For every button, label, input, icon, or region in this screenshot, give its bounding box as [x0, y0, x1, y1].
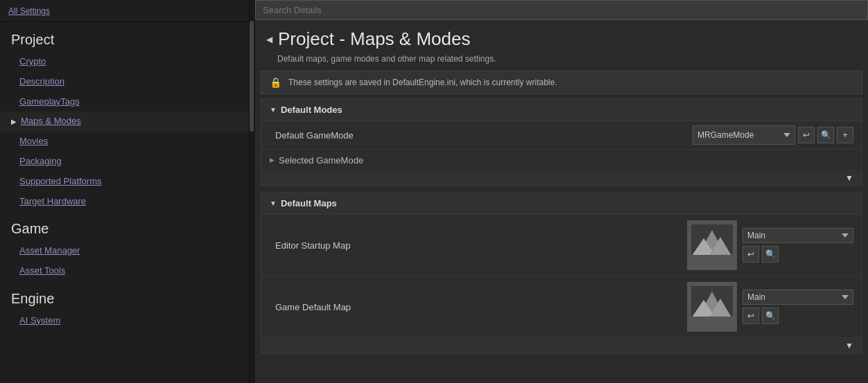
sidebar-top-bar: All Settings — [0, 0, 249, 22]
default-modes-section: ▼ Default Modes Default GameMode MRGameM… — [261, 98, 862, 186]
sidebar-item-gameplaytags[interactable]: GameplayTags — [0, 92, 249, 112]
sidebar-item-crypto[interactable]: Crypto — [0, 52, 249, 72]
editor-startup-map-dropdown[interactable]: Main — [743, 228, 853, 243]
gamemode-reset-button[interactable]: ↩ — [798, 127, 815, 143]
editor-map-icon-row: ↩ 🔍 — [743, 246, 779, 262]
default-gamemode-row: Default GameMode MRGameMode ↩ 🔍 + — [261, 121, 862, 150]
sidebar-item-packaging[interactable]: Packaging — [0, 152, 249, 172]
search-input[interactable] — [255, 0, 868, 20]
sidebar-item-supported-platforms[interactable]: Supported Platforms — [0, 172, 249, 192]
editor-startup-map-row: Editor Startup Map — [261, 215, 862, 276]
arrow-right-icon: ▶ — [11, 116, 17, 127]
page-title-arrow-icon: ◀ — [266, 35, 272, 44]
default-maps-title-row[interactable]: ▼ Default Maps — [261, 193, 862, 215]
selected-gamemode-label: Selected GameMode — [279, 155, 363, 166]
game-map-icon-row: ↩ 🔍 — [743, 308, 779, 324]
gamemode-dropdown[interactable]: MRGameMode — [693, 125, 795, 145]
all-settings-link[interactable]: All Settings — [8, 6, 50, 16]
game-default-map-label: Game Default Map — [270, 302, 687, 312]
sidebar: All Settings Project Crypto Description … — [0, 0, 250, 383]
default-maps-arrow-icon: ▼ — [270, 199, 277, 207]
scrollbar-thumb[interactable] — [250, 21, 254, 132]
sidebar-item-target-hardware[interactable]: Target Hardware — [0, 192, 249, 212]
main-content: ◀ Project - Maps & Modes Default maps, g… — [255, 0, 868, 383]
game-default-map-row: Game Default Map — [261, 276, 862, 338]
default-modes-arrow-icon: ▼ — [270, 106, 277, 114]
sidebar-item-description[interactable]: Description — [0, 72, 249, 92]
editor-map-search-button[interactable]: 🔍 — [762, 246, 779, 262]
default-maps-section: ▼ Default Maps Editor Startup Map — [261, 192, 862, 354]
editor-startup-map-label: Editor Startup Map — [270, 240, 687, 251]
lock-icon: 🔒 — [270, 77, 281, 88]
default-gamemode-controls: MRGameMode ↩ 🔍 + — [693, 125, 853, 145]
default-modes-title-row[interactable]: ▼ Default Modes — [261, 99, 862, 121]
editor-map-dropdown-row: Main — [743, 228, 853, 243]
collapse-icon: ▼ — [845, 173, 853, 183]
selected-gamemode-row[interactable]: ▶ Selected GameMode — [261, 150, 862, 170]
game-section-header: Game — [0, 211, 249, 241]
default-maps-title: Default Maps — [281, 198, 337, 208]
content-area: ▼ Default Modes Default GameMode MRGameM… — [255, 98, 868, 383]
sidebar-item-ai-system[interactable]: AI System — [0, 311, 249, 331]
info-text: These settings are saved in DefaultEngin… — [288, 78, 557, 87]
maps-collapse-row: ▼ — [261, 338, 862, 353]
svg-rect-9 — [691, 317, 733, 328]
reset-icon: ↩ — [747, 311, 754, 321]
game-default-map-controls: Main ↩ 🔍 — [743, 290, 853, 324]
svg-rect-4 — [691, 255, 733, 266]
game-default-map-dropdown[interactable]: Main — [743, 290, 853, 305]
reset-icon: ↩ — [803, 130, 810, 140]
sidebar-item-movies[interactable]: Movies — [0, 132, 249, 152]
default-gamemode-label: Default GameMode — [270, 130, 693, 141]
game-map-search-button[interactable]: 🔍 — [762, 308, 779, 324]
engine-section-header: Engine — [0, 281, 249, 311]
collapse-row: ▼ — [261, 170, 862, 186]
editor-map-reset-button[interactable]: ↩ — [743, 246, 759, 262]
page-title-row: ◀ Project - Maps & Modes — [255, 20, 868, 53]
gamemode-search-button[interactable]: 🔍 — [817, 127, 834, 143]
plus-icon: + — [842, 130, 847, 140]
maps-collapse-icon: ▼ — [845, 341, 853, 350]
expand-arrow-icon: ▶ — [270, 157, 275, 163]
search-icon: 🔍 — [765, 311, 776, 321]
search-icon: 🔍 — [765, 249, 776, 259]
game-map-dropdown-row: Main — [743, 290, 853, 305]
game-map-reset-button[interactable]: ↩ — [743, 308, 759, 324]
sidebar-item-asset-manager[interactable]: Asset Manager — [0, 241, 249, 261]
page-subtitle: Default maps, game modes and other map r… — [255, 53, 868, 71]
sidebar-item-maps-modes[interactable]: ▶ Maps & Modes — [0, 112, 249, 132]
gamemode-add-button[interactable]: + — [837, 127, 853, 143]
info-bar: 🔒 These settings are saved in DefaultEng… — [261, 71, 862, 94]
reset-icon: ↩ — [747, 249, 754, 259]
search-icon: 🔍 — [821, 130, 831, 140]
editor-startup-map-thumbnail — [687, 220, 737, 270]
game-default-map-thumbnail — [687, 282, 737, 332]
default-modes-title: Default Modes — [281, 105, 342, 115]
scrollbar-track — [250, 0, 255, 383]
sidebar-item-asset-tools[interactable]: Asset Tools — [0, 261, 249, 281]
project-section-header: Project — [0, 22, 249, 52]
page-title: Project - Maps & Modes — [278, 28, 470, 50]
editor-startup-map-controls: Main ↩ 🔍 — [743, 228, 853, 262]
